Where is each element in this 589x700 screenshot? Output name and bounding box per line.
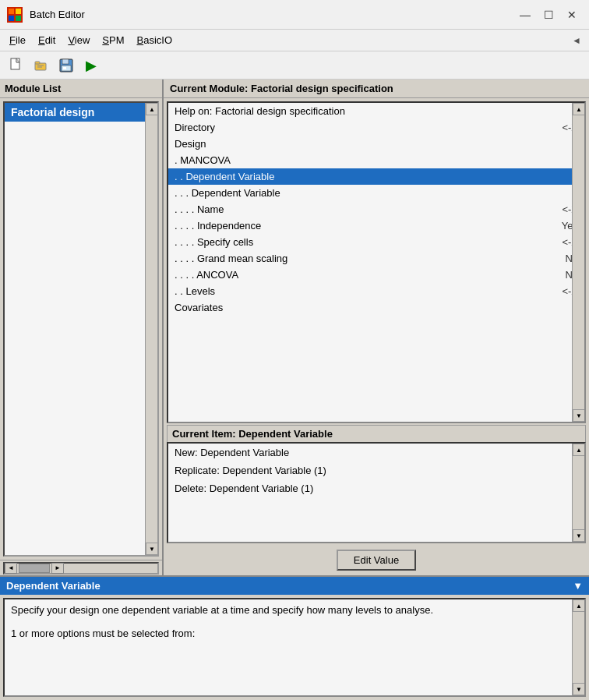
bottom-panel-scrollbar[interactable]: ▲ ▼ bbox=[572, 599, 584, 695]
menu-basicio-label: BasicIO bbox=[137, 34, 173, 46]
scroll-up-arrow[interactable]: ▲ bbox=[573, 444, 585, 456]
module-item-row[interactable]: Directory<-X bbox=[168, 119, 584, 136]
menu-spm[interactable]: SPM bbox=[96, 31, 130, 50]
module-item-label: Design bbox=[175, 138, 206, 150]
menu-basicio[interactable]: BasicIO bbox=[131, 31, 179, 50]
current-item-row[interactable]: New: Dependent Variable bbox=[168, 444, 584, 461]
module-item-row[interactable]: . . . Dependent Variable bbox=[168, 185, 584, 201]
svg-rect-14 bbox=[63, 67, 66, 69]
module-item-row[interactable]: Design bbox=[168, 136, 584, 152]
open-file-button[interactable] bbox=[30, 55, 53, 76]
scroll-right-btn[interactable]: ► bbox=[51, 563, 64, 574]
current-item-section: Current Item: Dependent Variable New: De… bbox=[167, 425, 586, 543]
module-item-label: . MANCOVA bbox=[175, 154, 231, 166]
scroll-down-arrow[interactable]: ▼ bbox=[573, 683, 585, 695]
module-item-row[interactable]: Help on: Factorial design specification bbox=[168, 103, 584, 119]
bottom-panel-title: Dependent Variable bbox=[6, 580, 101, 592]
menu-bar: File Edit View SPM BasicIO ◄ bbox=[0, 30, 589, 51]
scroll-up-arrow[interactable]: ▲ bbox=[573, 599, 585, 612]
right-panel: Current Module: Factorial design specifi… bbox=[164, 80, 589, 575]
svg-rect-4 bbox=[16, 16, 21, 21]
current-item-scrollbar[interactable]: ▲ ▼ bbox=[572, 444, 584, 542]
svg-rect-5 bbox=[11, 58, 19, 69]
module-item-label: . . Levels bbox=[175, 285, 215, 297]
current-item-header: Current Item: Dependent Variable bbox=[167, 425, 586, 442]
menu-file-label: File bbox=[9, 34, 26, 46]
svg-rect-8 bbox=[35, 62, 40, 64]
new-file-icon bbox=[9, 58, 24, 73]
svg-rect-1 bbox=[9, 9, 14, 14]
module-item-row[interactable]: . . . . Grand mean scalingNo bbox=[168, 250, 584, 267]
menu-file[interactable]: File bbox=[3, 31, 32, 50]
module-item-row[interactable]: . . . . Name<-X bbox=[168, 201, 584, 217]
save-icon bbox=[58, 58, 74, 73]
save-button[interactable] bbox=[55, 55, 78, 76]
module-list-item-factorial[interactable]: Factorial design bbox=[5, 103, 157, 122]
current-item-row[interactable]: Delete: Dependent Variable (1) bbox=[168, 479, 584, 497]
new-file-button[interactable] bbox=[5, 55, 28, 76]
current-item-panel[interactable]: New: Dependent VariableReplicate: Depend… bbox=[167, 442, 586, 543]
scroll-track bbox=[573, 456, 584, 529]
module-item-label: . . . . Grand mean scaling bbox=[175, 253, 287, 264]
svg-rect-3 bbox=[9, 16, 14, 21]
svg-rect-2 bbox=[16, 9, 21, 14]
module-item-row[interactable]: . . . . Specify cells<-X bbox=[168, 234, 584, 250]
menu-view-label: View bbox=[68, 34, 90, 46]
menu-view[interactable]: View bbox=[62, 31, 96, 50]
maximize-button[interactable]: ☐ bbox=[538, 5, 559, 24]
toolbar: ▶ bbox=[0, 51, 589, 80]
module-item-label: . . Dependent Variable bbox=[175, 171, 274, 182]
module-items-panel[interactable]: Help on: Factorial design specificationD… bbox=[167, 101, 586, 423]
module-item-label: Directory bbox=[175, 122, 215, 133]
bottom-panel-content: Specify your design one dependent variab… bbox=[3, 598, 586, 697]
scroll-thumb[interactable] bbox=[19, 564, 50, 573]
minimize-button[interactable]: — bbox=[514, 5, 536, 24]
module-item-row[interactable]: . . . . ANCOVANo bbox=[168, 267, 584, 283]
menu-bar-arrow: ◄ bbox=[572, 35, 586, 46]
main-area: Module List Factorial design ▲ ▼ ◄ ► Cur… bbox=[0, 80, 589, 700]
bottom-panel-text: Specify your design one dependent variab… bbox=[11, 604, 433, 616]
module-item-label: . . . . Specify cells bbox=[175, 236, 253, 248]
edit-value-button[interactable]: Edit Value bbox=[337, 550, 416, 571]
close-button[interactable]: ✕ bbox=[561, 5, 583, 24]
menu-edit[interactable]: Edit bbox=[32, 31, 62, 50]
current-item-row[interactable]: Replicate: Dependent Variable (1) bbox=[168, 461, 584, 479]
module-item-label: . . . Dependent Variable bbox=[175, 187, 280, 199]
module-item-label: Help on: Factorial design specification bbox=[175, 105, 345, 117]
svg-rect-12 bbox=[62, 59, 69, 64]
bottom-panel-footer: 1 or more options must be selected from: bbox=[11, 628, 195, 639]
module-item-label: . . . . Name bbox=[175, 203, 224, 215]
module-item-row[interactable]: . . Levels<-X bbox=[168, 283, 584, 299]
module-list-header: Module List bbox=[0, 80, 162, 98]
current-module-header: Current Module: Factorial design specifi… bbox=[164, 80, 589, 98]
module-item-row[interactable]: . . . . IndependenceYes bbox=[168, 217, 584, 234]
module-item-label: . . . . Independence bbox=[175, 220, 261, 232]
scroll-down-arrow[interactable]: ▼ bbox=[573, 409, 585, 422]
app-icon bbox=[6, 6, 23, 23]
module-item-row[interactable]: . MANCOVA bbox=[168, 152, 584, 168]
bottom-panel: Dependent Variable ▼ Specify your design… bbox=[0, 575, 589, 700]
edit-value-section: Edit Value bbox=[164, 545, 589, 575]
upper-section: Module List Factorial design ▲ ▼ ◄ ► Cur… bbox=[0, 80, 589, 575]
scroll-track bbox=[573, 115, 584, 409]
module-list-bottom: ◄ ► bbox=[0, 560, 162, 575]
module-list-content[interactable]: Factorial design ▲ ▼ bbox=[3, 101, 159, 557]
scroll-up-arrow[interactable]: ▲ bbox=[146, 103, 158, 115]
module-list-scrollbar[interactable]: ▲ ▼ bbox=[145, 103, 157, 555]
module-item-label: . . . . ANCOVA bbox=[175, 269, 238, 281]
scroll-down-arrow[interactable]: ▼ bbox=[146, 543, 158, 555]
horizontal-scrollbar[interactable]: ◄ ► bbox=[3, 562, 159, 574]
title-bar: Batch Editor — ☐ ✕ bbox=[0, 0, 589, 30]
window-title: Batch Editor bbox=[30, 9, 514, 20]
run-button[interactable]: ▶ bbox=[79, 55, 103, 76]
scroll-down-arrow[interactable]: ▼ bbox=[573, 529, 585, 542]
scroll-up-arrow[interactable]: ▲ bbox=[573, 103, 585, 115]
scroll-track bbox=[573, 612, 584, 683]
module-item-row[interactable]: . . Dependent Variable bbox=[168, 168, 584, 185]
menu-spm-label: SPM bbox=[102, 34, 124, 46]
module-items-scrollbar[interactable]: ▲ ▼ bbox=[572, 103, 584, 422]
scroll-left-btn[interactable]: ◄ bbox=[5, 563, 17, 574]
module-item-row[interactable]: Covariates bbox=[168, 299, 584, 316]
bottom-panel-header: Dependent Variable ▼ bbox=[0, 577, 589, 595]
bottom-panel-scroll-icon: ▼ bbox=[573, 580, 583, 592]
